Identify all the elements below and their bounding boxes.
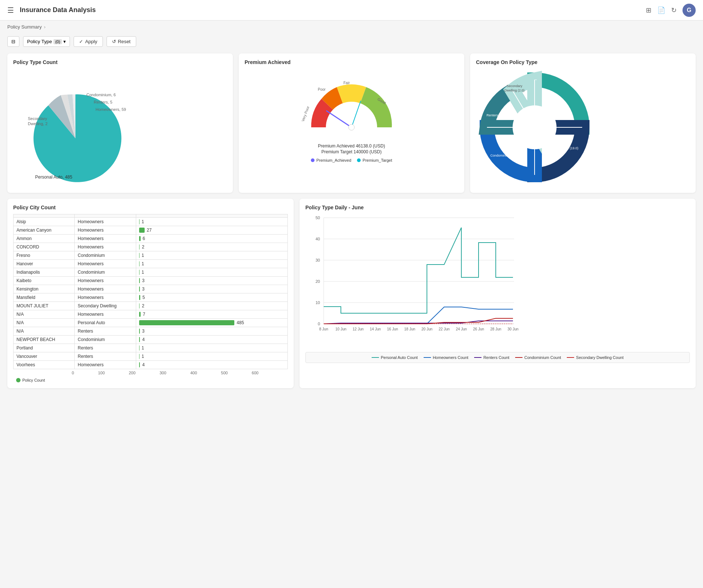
bar-value: 2 xyxy=(142,244,144,250)
donut-label-secondary: Secondary xyxy=(506,84,522,88)
table-row: VancouverRenters1 xyxy=(14,352,288,361)
cell-value: 6 xyxy=(136,235,288,243)
cell-type: Secondary Dwelling xyxy=(75,302,136,310)
y-label-50: 50 xyxy=(316,216,320,220)
policy-city-title: Policy City Count xyxy=(13,205,288,210)
table-row: IndianapolisCondominium1 xyxy=(14,268,288,277)
table-row: AmmonHomeowners6 xyxy=(14,235,288,243)
cell-value: 3 xyxy=(136,327,288,336)
donut-label-condominium: Condominium (11.0) xyxy=(490,154,520,157)
grid-icon[interactable]: ⊞ xyxy=(646,6,651,14)
menu-icon[interactable]: ☰ xyxy=(7,6,14,15)
cell-type: Condominium xyxy=(75,251,136,260)
bar-fill xyxy=(139,345,140,351)
bar-cell: 7 xyxy=(139,312,284,317)
bar-value: 7 xyxy=(143,312,145,317)
bar-cell: 3 xyxy=(139,329,284,334)
cell-type: Homeowners xyxy=(75,260,136,268)
table-row: N/AHomeowners7 xyxy=(14,310,288,319)
bar-value: 1 xyxy=(142,270,144,275)
reset-button[interactable]: ↺ Reset xyxy=(107,36,136,47)
cell-type: Renters xyxy=(75,344,136,352)
premium-target-label: Premium Target 140000 (USD) xyxy=(321,149,382,154)
cell-type: Condominium xyxy=(75,268,136,277)
filter-funnel-icon: ⊟ xyxy=(11,39,15,44)
reset-icon: ↺ xyxy=(112,39,116,44)
cell-value: 2 xyxy=(136,302,288,310)
policy-table: AlsipHomeowners1American CanyonHomeowner… xyxy=(13,214,288,369)
cell-type: Homeowners xyxy=(75,277,136,285)
gauge-label-poor: Poor xyxy=(318,87,326,91)
label-personal-auto: Personal Auto, 485 xyxy=(35,175,72,180)
breadcrumb: Policy Summary › xyxy=(0,20,703,33)
label-homeowners: Homeowners, 59 xyxy=(96,107,126,112)
cell-value: 2 xyxy=(136,243,288,251)
header-right: ⊞ 📄 ↻ G xyxy=(646,4,696,17)
document-icon[interactable]: 📄 xyxy=(657,6,665,14)
cell-city: MOUNT JULIET xyxy=(14,302,75,310)
x-label-24jun: 24 Jun xyxy=(456,327,467,331)
label-renters: Renters, 5 xyxy=(94,100,112,104)
bar-cell: 5 xyxy=(139,295,284,300)
cell-value: 1 xyxy=(136,352,288,361)
cell-city: N/A xyxy=(14,327,75,336)
bar-cell: 1 xyxy=(139,219,284,224)
y-label-30: 30 xyxy=(316,258,320,262)
checkmark-icon: ✓ xyxy=(79,39,83,44)
policy-type-filter[interactable]: Policy Type (0) ▾ xyxy=(23,36,70,47)
cell-city: Alsip xyxy=(14,218,75,226)
legend-policy-count-label: Policy Count xyxy=(22,378,45,382)
bar-fill xyxy=(139,253,140,258)
cell-type: Condominium xyxy=(75,336,136,344)
bar-cell: 2 xyxy=(139,244,284,250)
table-row: CONCORDHomeowners2 xyxy=(14,243,288,251)
line-chart: 0 10 20 30 40 50 8 Jun 10 Jun 12 Jun 14 … xyxy=(305,214,518,349)
label-secondary2: Dwelling, 2 xyxy=(28,121,48,126)
legend-target-label: Premium_Target xyxy=(362,158,392,162)
y-label-10: 10 xyxy=(316,300,320,305)
gauge-chart: Very Poor Poor Fair Good xyxy=(297,69,406,142)
bar-fill xyxy=(139,244,140,250)
legend-target: Premium_Target xyxy=(357,158,392,162)
breadcrumb-policy-summary[interactable]: Policy Summary xyxy=(7,24,42,30)
bar-cell: 1 xyxy=(139,354,284,359)
bar-fill xyxy=(139,295,140,300)
cell-value: 27 xyxy=(136,226,288,235)
premium-achieved-card: Premium Achieved xyxy=(239,53,464,193)
line-chart-legend: Personal Auto Count Homeowners Count Ren… xyxy=(305,352,690,363)
table-row: AlsipHomeowners1 xyxy=(14,218,288,226)
legend-renters: Renters Count xyxy=(474,355,509,360)
legend-personal-auto: Personal Auto Count xyxy=(372,355,418,360)
legend-secondary-dwelling-label: Secondary Dwelling Count xyxy=(576,355,624,360)
bar-fill xyxy=(139,337,140,342)
bar-fill xyxy=(139,270,140,275)
filter-icon-button[interactable]: ⊟ xyxy=(7,36,19,47)
table-row: N/APersonal Auto485 xyxy=(14,319,288,327)
bar-fill xyxy=(139,261,140,266)
col-type xyxy=(75,214,136,218)
y-label-40: 40 xyxy=(316,237,320,241)
cell-city: Kaibeto xyxy=(14,277,75,285)
cell-city: Kensington xyxy=(14,285,75,293)
donut-label-renters: Renters (6.0) xyxy=(487,113,506,117)
legend-condominium-line xyxy=(515,357,522,358)
donut-center xyxy=(513,105,557,149)
x-300: 300 xyxy=(160,371,166,375)
x-axis-labels: 0 100 200 300 400 500 600 xyxy=(13,369,288,375)
bar-cell: 6 xyxy=(139,236,284,241)
bar-value: 4 xyxy=(142,337,145,342)
cell-city: Fresno xyxy=(14,251,75,260)
bottom-cards-row: Policy City Count AlsipHomeowners1Americ… xyxy=(7,199,696,388)
cell-type: Homeowners xyxy=(75,361,136,369)
bar-fill xyxy=(139,303,140,308)
bar-cell: 2 xyxy=(139,303,284,308)
x-400: 400 xyxy=(190,371,197,375)
bar-cell: 1 xyxy=(139,270,284,275)
avatar[interactable]: G xyxy=(682,4,696,17)
coverage-card: Coverage On Policy Type xyxy=(470,53,696,193)
apply-button[interactable]: ✓ Apply xyxy=(74,36,103,47)
cell-city: N/A xyxy=(14,310,75,319)
refresh-icon[interactable]: ↻ xyxy=(671,6,677,14)
cell-type: Renters xyxy=(75,352,136,361)
gauge-label-verypoor: Very Poor xyxy=(301,105,310,122)
